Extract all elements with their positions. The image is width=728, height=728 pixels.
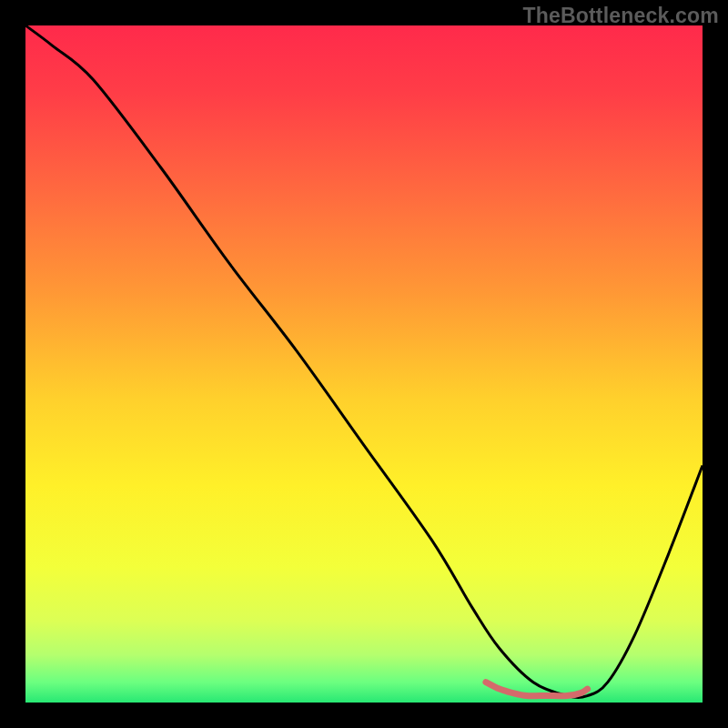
- watermark-text: TheBottleneck.com: [522, 4, 719, 28]
- chart-container: TheBottleneck.com: [0, 0, 728, 728]
- gradient-background: [25, 25, 703, 703]
- bottleneck-chart: [25, 25, 703, 703]
